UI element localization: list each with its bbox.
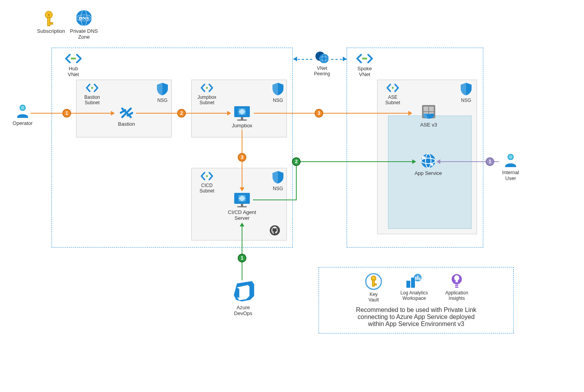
nsg3-icon: NSG [269,170,287,191]
bastion-label: Bastion [115,121,138,127]
jumpbox-icon: Jumpbox [230,105,254,128]
nsg4-label: NSG [458,98,475,103]
nsg1-label: NSG [154,98,171,103]
arrow-jumpbox-ase [408,111,412,116]
subscription-label: Subscription [37,28,61,34]
app-service-label: App Service [411,170,446,176]
log-analytics-icon: Log AnalyticsWorkspace [397,273,432,301]
ase-subnet-icon: ASESubnet [381,83,404,105]
arrow-bastion-jumpbox [227,111,231,116]
jumpbox-subnet-icon: JumpboxSubnet [195,83,219,105]
flow-cicd-app-v [296,161,297,200]
jumpbox-label: Jumpbox [230,123,254,128]
app-insights-icon: ApplicationInsights [441,273,472,301]
peering-icon: VNetPeering [312,51,332,77]
jumpbox-subnet-label: JumpboxSubnet [195,94,219,105]
nsg2-label: NSG [269,98,287,103]
peering-label: VNetPeering [312,66,332,77]
devops-label: AzureDevOps [230,305,257,316]
step-op-3: 3 [315,109,323,118]
nsg2-icon: NSG [269,82,287,103]
bastion-subnet-label: BastionSubnet [80,94,104,105]
arrow-devops-cicd [240,223,244,226]
hub-vnet-label: HubVNet [62,66,85,77]
cicd-subnet-icon: CICDSubnet [195,171,219,194]
ase-label: ASE v3 [413,122,444,128]
recommend-text: Recommended to be used with Private Link… [327,306,506,328]
bastion-subnet-icon: BastionSubnet [80,83,104,105]
flow-jumpbox-ase [254,113,409,114]
cicd-icon: CI/CD AgentServer [226,191,258,221]
nsg1-icon: NSG [154,82,171,103]
spoke-vnet-label: SpokeVNet [353,66,376,77]
recommend-box: KeyVault Log AnalyticsWorkspace Applicat… [319,267,514,333]
log-analytics-label: Log AnalyticsWorkspace [397,290,432,301]
operator-icon: Operator [11,104,34,126]
arrow-jumpbox-cicd [240,187,244,191]
step-dev-1: 1 [238,254,246,262]
flow-devops-cicd [242,226,242,280]
cicd-subnet-label: CICDSubnet [195,183,219,194]
app-insights-label: ApplicationInsights [441,290,472,301]
ase-subnet-label: ASESubnet [381,94,404,105]
flow-cicd-app-h2 [296,161,413,162]
dns-label: Private DNSZone [68,28,100,40]
hub-vnet-icon: HubVNet [62,53,85,77]
devops-icon: AzureDevOps [230,281,257,316]
subscription-icon: Subscription [37,9,61,34]
operator-label: Operator [11,120,34,126]
step-dev-2: 2 [292,157,301,166]
spoke-vnet-icon: SpokeVNet [353,53,376,77]
keyvault-icon: KeyVault [360,273,387,303]
internal-user-label: InternalUser [499,169,522,181]
cicd-label: CI/CD AgentServer [226,209,258,221]
arrow-op-bastion [111,111,115,116]
flow-op-bastion [30,113,112,114]
flow-cicd-app-h1 [253,200,297,200]
step-op-1: 1 [62,109,71,118]
step-user-1: 1 [486,157,494,166]
arrow-user-app [436,159,440,164]
nsg3-label: NSG [269,186,287,191]
arrow-cicd-app [412,159,416,164]
step-op-2: 2 [177,109,186,118]
ase-icon: ASE v3 [413,103,444,128]
app-service-icon: App Service [411,153,446,176]
github-icon [269,225,280,237]
keyvault-label: KeyVault [360,292,387,303]
step-op-3b: 3 [238,153,246,162]
bastion-icon: Bastion [115,106,138,127]
dns-icon: Private DNSZone [68,9,100,40]
nsg4-icon: NSG [458,82,475,103]
peer-arrow-left [293,57,297,61]
internal-user-icon: InternalUser [499,153,522,181]
peer-arrow-right [343,57,347,61]
